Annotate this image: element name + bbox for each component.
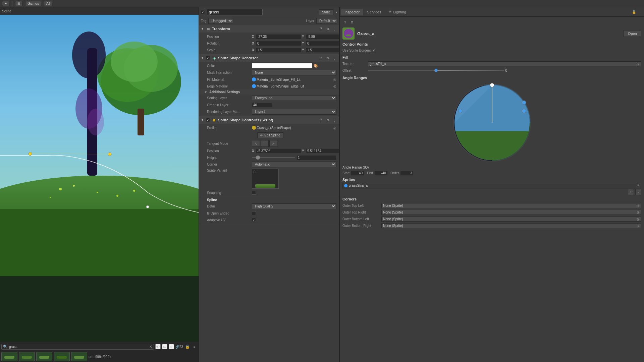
asset-thumb-4[interactable] [54, 352, 70, 361]
is-open-ended-checkbox[interactable] [252, 211, 256, 215]
scale-y-input[interactable] [306, 48, 339, 53]
end-value[interactable]: -40 [374, 171, 388, 176]
detail-select[interactable]: High Quality [252, 203, 336, 209]
color-picker-icon[interactable]: 🎨 [313, 63, 318, 68]
transform-header[interactable]: ▼ ⊞ Transform ? ⚙ ⋮ [199, 25, 339, 33]
help-icon[interactable]: ? [318, 26, 324, 32]
ssr-checkbox[interactable]: ✓ [206, 56, 210, 60]
ssr-more[interactable]: ⋮ [332, 55, 337, 61]
order-value[interactable]: 3 [400, 171, 414, 176]
rotation-x-input[interactable] [256, 41, 301, 46]
score-text: ore: 999+/999+ [89, 355, 111, 359]
separator [12, 1, 12, 6]
sprite-list-item: grassStrip_a ◎ [342, 183, 641, 188]
position-x-input[interactable] [256, 34, 301, 39]
search-bar[interactable]: 🔍 ✕ [1, 344, 154, 350]
height-slider[interactable] [252, 157, 295, 158]
position-y-input[interactable] [306, 34, 339, 39]
tangent-btn-1[interactable]: ∿ [252, 140, 260, 147]
profile-target[interactable]: ◎ [333, 126, 336, 130]
additional-settings-header[interactable]: ▼ Additional Settings [199, 89, 339, 95]
profile-field: Grass_a (SpriteShape) ◎ [252, 126, 336, 130]
edge-material-target[interactable]: ◎ [333, 84, 336, 88]
edit-spline-button[interactable]: ✏ Edit Spline [257, 132, 283, 138]
settings-right-icon[interactable]: ⚙ [349, 19, 355, 25]
ssc-settings[interactable]: ⚙ [325, 117, 330, 123]
add-sprite-button[interactable]: + [628, 189, 634, 195]
adaptive-uv-checkbox[interactable]: ✓ [252, 218, 256, 222]
rotation-y-input[interactable] [306, 41, 339, 46]
corner-select[interactable]: Automatic [252, 162, 336, 167]
rect-button[interactable]: ⊞ [15, 1, 22, 6]
tag-icon[interactable]: 🏷 [162, 344, 167, 349]
scene-view[interactable]: Scene [0, 7, 199, 362]
sprite-grass-strip [255, 184, 275, 188]
all-button[interactable]: All [44, 1, 52, 6]
rendering-layer-select[interactable]: Layer1 [252, 109, 336, 115]
height-input[interactable] [297, 155, 336, 160]
snapping-checkbox[interactable] [252, 191, 256, 195]
static-dropdown[interactable]: ▾ [335, 10, 337, 14]
menu-icon[interactable]: ≡ [192, 344, 197, 349]
order-in-layer-row: Order in Layer [199, 102, 339, 108]
clear-icon[interactable]: ✕ [149, 345, 152, 349]
search-input[interactable] [9, 345, 148, 349]
mask-interaction-select[interactable]: None [252, 70, 336, 75]
ssr-help[interactable]: ? [318, 55, 324, 61]
sprites-title: Sprites [342, 178, 641, 182]
ssc-help[interactable]: ? [318, 117, 324, 123]
asset-thumb-5[interactable] [71, 352, 87, 361]
order-in-layer-input[interactable] [252, 103, 272, 108]
lock-right-icon[interactable]: 🔒 [631, 9, 637, 15]
ssc-more[interactable]: ⋮ [332, 117, 337, 123]
tag-select[interactable]: Untagged [208, 18, 233, 24]
scale-x-input[interactable] [256, 48, 301, 53]
ssr-header[interactable]: ▼ ✓ ◈ Sprite Shape Renderer ? ⚙ ⋮ [199, 54, 339, 62]
offset-slider[interactable] [368, 70, 504, 71]
static-button[interactable]: Static [319, 9, 333, 15]
ssc-position-x-input[interactable] [256, 148, 301, 154]
tab-services[interactable]: Services [364, 9, 384, 15]
sprite-item-name: grassStrip_a [349, 184, 635, 187]
texture-target[interactable]: ◎ [637, 62, 640, 66]
layer-select[interactable]: Default [316, 18, 337, 24]
settings-icon[interactable]: ⚙ [325, 26, 330, 32]
outer-top-right-target[interactable]: ◎ [637, 210, 640, 214]
angle-circle-wrapper[interactable] [452, 82, 532, 163]
asset-thumb-2[interactable] [19, 352, 35, 361]
go-header: ✓ Static ▾ [199, 7, 339, 17]
help-right-icon[interactable]: ? [342, 19, 348, 25]
lock-icon[interactable]: 🔒 [184, 344, 191, 350]
start-value[interactable]: 40 [351, 171, 364, 176]
gizmos-button[interactable]: Gizmos [25, 1, 41, 6]
outer-bottom-right-target[interactable]: ◎ [637, 224, 640, 228]
more-icon[interactable]: ⋮ [332, 26, 337, 32]
remove-sprite-button[interactable]: - [635, 189, 641, 195]
outer-top-left-target[interactable]: ◎ [637, 204, 640, 207]
fill-material-target[interactable]: ◎ [333, 78, 336, 81]
open-button[interactable]: Open [624, 30, 641, 37]
color-picker[interactable] [252, 63, 312, 68]
tangent-btn-3[interactable]: ↗ [269, 140, 277, 147]
ssc-position-y-input[interactable] [306, 148, 339, 154]
ssc-checkbox[interactable]: ✓ [206, 118, 210, 122]
svg-point-27 [344, 29, 353, 38]
sprite-target[interactable]: ◎ [637, 184, 640, 187]
mask-interaction-row: Mask Interaction None [199, 69, 339, 76]
add-icon[interactable]: 👁 [155, 344, 161, 349]
right-more-icon[interactable]: ⋮ [637, 9, 643, 15]
asset-thumb-3[interactable] [36, 352, 52, 361]
star-icon[interactable]: ☆ [169, 344, 174, 349]
tools-button[interactable]: ✦ [2, 1, 9, 6]
tab-inspector[interactable]: Inspector [341, 9, 363, 15]
ssr-settings[interactable]: ⚙ [325, 55, 330, 61]
go-active-checkbox[interactable]: ✓ [201, 10, 205, 14]
outer-bottom-left-target[interactable]: ◎ [637, 217, 640, 221]
asset-thumb-1[interactable] [1, 352, 17, 361]
sorting-layer-select[interactable]: Foreground [252, 95, 336, 101]
texture-label: Texture [342, 62, 366, 66]
tab-lighting[interactable]: ☀ Lighting [385, 8, 410, 15]
go-name-input[interactable] [207, 9, 263, 15]
ssc-header[interactable]: ▼ ✓ ⬟ Sprite Shape Controller (Script) ?… [199, 116, 339, 124]
tangent-btn-2[interactable]: ⌒ [261, 140, 269, 147]
